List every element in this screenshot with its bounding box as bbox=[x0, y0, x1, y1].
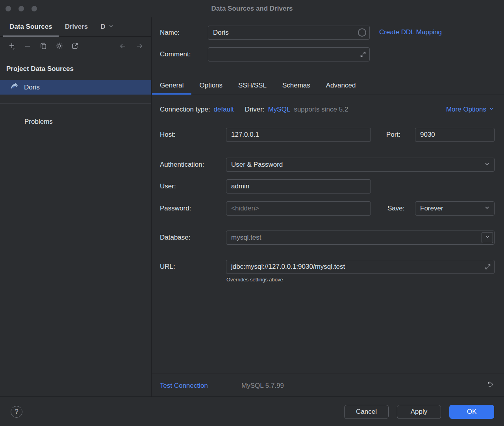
tab-general-label: General bbox=[160, 82, 183, 89]
database-value: mysql.test bbox=[231, 234, 261, 242]
tab-options-label: Options bbox=[199, 82, 222, 89]
apply-button[interactable]: Apply bbox=[397, 405, 441, 419]
expand-icon[interactable] bbox=[360, 51, 366, 60]
remove-data-source-button[interactable] bbox=[22, 41, 33, 52]
chevron-down-icon bbox=[484, 161, 490, 169]
authentication-label: Authentication: bbox=[160, 161, 204, 169]
tab-ddl-mappings-truncated[interactable]: D bbox=[94, 17, 120, 36]
tab-data-sources[interactable]: Data Sources bbox=[3, 17, 59, 36]
dialog-actions: Cancel Apply OK bbox=[344, 405, 494, 419]
connection-type-value-link[interactable]: default bbox=[214, 106, 234, 113]
tab-general[interactable]: General bbox=[152, 76, 191, 95]
host-field bbox=[226, 128, 371, 142]
tab-schemas[interactable]: Schemas bbox=[274, 76, 318, 95]
comment-field bbox=[208, 47, 370, 61]
window-title: Data Sources and Drivers bbox=[0, 0, 504, 17]
test-connection-link[interactable]: Test Connection bbox=[160, 382, 208, 390]
password-field bbox=[226, 201, 371, 216]
port-label: Port: bbox=[386, 131, 400, 139]
status-circle-icon bbox=[358, 28, 366, 37]
chevron-down-icon bbox=[489, 106, 494, 113]
data-source-item-doris[interactable]: Doris bbox=[0, 80, 151, 95]
driver-note: supports since 5.2 bbox=[294, 106, 348, 113]
chevron-down-icon bbox=[485, 234, 490, 242]
tab-data-sources-label: Data Sources bbox=[9, 23, 52, 31]
user-label: User: bbox=[160, 182, 176, 190]
forward-icon bbox=[135, 42, 143, 52]
project-data-sources-header: Project Data Sources bbox=[0, 57, 151, 73]
user-field bbox=[226, 179, 371, 193]
url-field bbox=[226, 260, 495, 274]
name-input[interactable] bbox=[208, 26, 370, 40]
mysql-dolphin-icon bbox=[10, 82, 19, 93]
connection-type-row: Connection type: default Driver: MySQL s… bbox=[160, 106, 348, 113]
open-in-editor-button[interactable] bbox=[69, 41, 80, 52]
main-panel: Name: Create DDL Mapping Comment: Genera… bbox=[152, 17, 504, 396]
database-combo[interactable]: mysql.test bbox=[226, 231, 495, 245]
sidebar: Data Sources Drivers D bbox=[0, 17, 152, 396]
open-in-editor-icon bbox=[71, 42, 79, 52]
password-label: Password: bbox=[160, 205, 191, 212]
expand-icon[interactable] bbox=[485, 264, 491, 272]
driver-value-link[interactable]: MySQL bbox=[268, 106, 291, 113]
data-source-label: Doris bbox=[24, 84, 40, 91]
tab-advanced-label: Advanced bbox=[326, 82, 356, 89]
authentication-value: User & Password bbox=[231, 161, 283, 169]
add-data-source-button[interactable] bbox=[6, 41, 17, 52]
tab-ssh-ssl[interactable]: SSH/SSL bbox=[230, 76, 274, 95]
more-options-label: More Options bbox=[446, 106, 486, 113]
divider bbox=[152, 374, 504, 374]
revert-icon bbox=[486, 380, 494, 390]
comment-input[interactable] bbox=[208, 47, 370, 61]
forward-button[interactable] bbox=[134, 41, 145, 52]
url-label: URL: bbox=[160, 263, 175, 271]
problems-item[interactable]: Problems bbox=[0, 104, 151, 126]
sidebar-toolbar bbox=[0, 37, 151, 57]
comment-label: Comment: bbox=[160, 50, 191, 58]
port-field bbox=[415, 128, 495, 142]
settings-tabs: General Options SSH/SSL Schemas Advanced bbox=[152, 76, 363, 95]
settings-gear-icon bbox=[56, 42, 63, 52]
ok-button[interactable]: OK bbox=[449, 405, 494, 419]
url-input[interactable] bbox=[226, 260, 495, 274]
titlebar: Data Sources and Drivers bbox=[0, 0, 504, 17]
tab-options[interactable]: Options bbox=[191, 76, 230, 95]
dialog-footer: ? Cancel Apply OK bbox=[0, 396, 504, 426]
sidebar-tabs: Data Sources Drivers D bbox=[0, 17, 151, 37]
create-ddl-mapping-link[interactable]: Create DDL Mapping bbox=[379, 28, 442, 36]
duplicate-button[interactable] bbox=[38, 41, 49, 52]
more-options-link[interactable]: More Options bbox=[446, 106, 494, 113]
chevron-down-icon bbox=[484, 205, 490, 213]
connection-type-label: Connection type: bbox=[160, 106, 210, 113]
port-input[interactable] bbox=[415, 128, 495, 142]
settings-button[interactable] bbox=[54, 41, 65, 52]
save-select[interactable]: Forever bbox=[415, 201, 495, 216]
add-icon bbox=[8, 42, 16, 52]
driver-label: Driver: bbox=[245, 106, 265, 113]
cancel-button[interactable]: Cancel bbox=[344, 405, 389, 419]
name-label: Name: bbox=[160, 29, 180, 37]
save-value: Forever bbox=[420, 205, 443, 212]
help-button[interactable]: ? bbox=[11, 406, 22, 418]
user-input[interactable] bbox=[226, 179, 371, 193]
tab-ssh-ssl-label: SSH/SSL bbox=[238, 82, 267, 89]
chevron-down-icon bbox=[108, 23, 114, 31]
revert-button[interactable] bbox=[484, 379, 496, 391]
name-field bbox=[208, 26, 370, 40]
url-note: Overrides settings above bbox=[226, 277, 283, 283]
tab-ddl-label: D bbox=[100, 23, 105, 31]
authentication-select[interactable]: User & Password bbox=[226, 158, 495, 172]
driver-version: MySQL 5.7.99 bbox=[241, 382, 284, 390]
password-input[interactable] bbox=[226, 201, 371, 216]
tab-drivers[interactable]: Drivers bbox=[59, 17, 94, 36]
tab-drivers-label: Drivers bbox=[65, 23, 88, 31]
remove-icon bbox=[24, 42, 32, 52]
host-input[interactable] bbox=[226, 128, 371, 142]
back-icon bbox=[119, 42, 127, 52]
duplicate-icon bbox=[40, 42, 47, 52]
host-label: Host: bbox=[160, 131, 176, 139]
database-label: Database: bbox=[160, 234, 191, 242]
back-button[interactable] bbox=[117, 41, 128, 52]
tab-advanced[interactable]: Advanced bbox=[318, 76, 364, 95]
database-dropdown-button[interactable] bbox=[482, 232, 493, 243]
